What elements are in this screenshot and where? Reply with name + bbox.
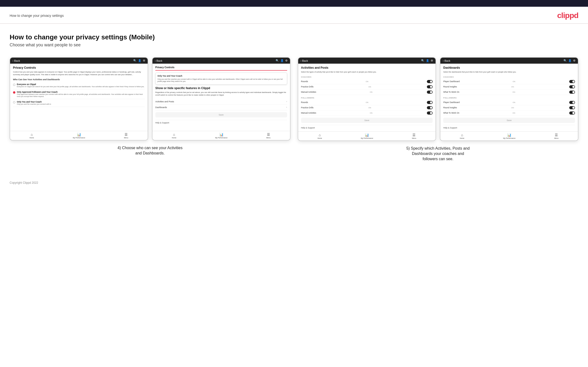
menu-icon-nav-1: ☰ xyxy=(125,133,128,136)
performance-icon-3: 📊 xyxy=(365,133,369,137)
performance-label-1: My Performance xyxy=(73,137,85,139)
manual-coaches-label: Manual Activities xyxy=(301,91,316,93)
toggle-work-on-coaches-switch[interactable] xyxy=(569,91,575,94)
nav-home-3[interactable]: ⌂ Home xyxy=(318,133,322,139)
toggle-rounds-followers[interactable]: Rounds ON xyxy=(301,100,433,105)
coaches-label-4: COACHES xyxy=(443,76,575,78)
toggle-drills-coaches[interactable]: Practice Drills ON xyxy=(301,84,433,90)
toggle-work-on-followers[interactable]: What To Work On ON xyxy=(443,110,575,116)
save-button-3[interactable]: Save xyxy=(301,118,433,123)
back-button-3[interactable]: ‹ Back xyxy=(301,59,308,62)
phone-2-content: Privacy Controls Only You and Your Coach… xyxy=(153,64,290,131)
nav-home-4[interactable]: ⌂ Home xyxy=(460,133,464,139)
radio-title-3: Only You and Your Coach xyxy=(17,101,51,103)
search-icon-3[interactable]: 🔍 xyxy=(421,59,424,62)
nav-menu-3[interactable]: ☰ Menu xyxy=(412,133,416,139)
search-icon-1[interactable]: 🔍 xyxy=(133,59,137,62)
phones-row-right: ‹ Back 🔍 👤 ⚙ Activities and Posts Select… xyxy=(298,57,579,141)
toggle-rounds-followers-switch[interactable] xyxy=(427,101,433,104)
toggle-rounds-coaches-switch[interactable] xyxy=(427,80,433,83)
toggle-manual-followers[interactable]: Manual Activities ON xyxy=(301,110,433,116)
home-label-3: Home xyxy=(318,137,322,139)
privacy-controls-title: Privacy Controls xyxy=(13,66,145,69)
home-label-4: Home xyxy=(460,137,464,139)
save-button-4[interactable]: Save xyxy=(443,118,575,123)
toggle-drills-followers[interactable]: Practice Drills ON xyxy=(301,105,433,110)
nav-performance-4[interactable]: 📊 My Performance xyxy=(503,133,515,139)
back-button-2[interactable]: ‹ Back xyxy=(155,59,162,62)
back-button-1[interactable]: ‹ Back xyxy=(12,59,20,62)
toggle-drills-followers-switch[interactable] xyxy=(427,106,433,109)
footer: Copyright Clippd 2022 xyxy=(0,176,588,189)
dashboards-item[interactable]: Dashboards › xyxy=(155,104,287,110)
toggle-player-dash-coaches[interactable]: Player Dashboard ON xyxy=(443,79,575,84)
home-icon-2: ⌂ xyxy=(173,133,175,136)
profile-icon-1[interactable]: 👤 xyxy=(138,59,141,62)
toggle-round-insights-coaches-switch[interactable] xyxy=(569,85,575,88)
phone-2: ‹ Back 🔍 👤 ⚙ Privacy Controls Onl xyxy=(152,57,291,141)
search-icon-2[interactable]: 🔍 xyxy=(276,59,279,62)
rounds-coaches-label: Rounds xyxy=(301,80,308,83)
radio-approved[interactable]: Only Approved Followers and Your Coach O… xyxy=(13,89,145,99)
toggle-round-insights-followers-switch[interactable] xyxy=(569,106,575,109)
activities-posts-item[interactable]: Activities and Posts › xyxy=(155,99,287,104)
radio-circle-3 xyxy=(13,101,15,103)
toggle-player-dash-followers[interactable]: Player Dashboard ON xyxy=(443,100,575,105)
radio-everyone[interactable]: Everyone on Clippd Everyone on Clippd ca… xyxy=(13,82,145,89)
menu-icon-nav-4: ☰ xyxy=(555,133,558,137)
toggle-rounds-coaches[interactable]: Rounds ON xyxy=(301,79,433,84)
nav-home-1[interactable]: ⌂ Home xyxy=(30,133,34,139)
toggle-manual-coaches-switch[interactable] xyxy=(427,91,433,94)
phone-2-topbar: ‹ Back 🔍 👤 ⚙ xyxy=(153,58,290,64)
dashboards-title: Dashboards xyxy=(443,66,575,69)
profile-icon-2[interactable]: 👤 xyxy=(280,59,284,62)
nav-home-2[interactable]: ⌂ Home xyxy=(172,133,176,139)
menu-icon-2[interactable]: ⚙ xyxy=(285,59,288,62)
performance-icon-2: 📊 xyxy=(219,133,224,136)
menu-icon-1[interactable]: ⚙ xyxy=(143,59,145,62)
show-hide-desc: Regardless of the privacy controls that … xyxy=(155,91,287,96)
toggle-player-dash-followers-switch[interactable] xyxy=(569,101,575,104)
radio-only-you[interactable]: Only You and Your Coach Only you and the… xyxy=(13,99,145,107)
activities-posts-body: Select the types of activity that you'd … xyxy=(301,71,433,74)
toggle-round-insights-followers[interactable]: Round Insights ON xyxy=(443,105,575,110)
manual-followers-label: Manual Activities xyxy=(301,112,316,114)
drills-coaches-label: Practice Drills xyxy=(301,85,314,88)
menu-icon-3[interactable]: ⚙ xyxy=(431,59,433,62)
toggle-manual-coaches[interactable]: Manual Activities ON xyxy=(301,90,433,95)
nav-performance-1[interactable]: 📊 My Performance xyxy=(73,133,85,139)
menu-icon-4[interactable]: ⚙ xyxy=(573,59,576,62)
nav-menu-4[interactable]: ☰ Menu xyxy=(554,133,559,139)
toggle-work-on-followers-switch[interactable] xyxy=(569,111,575,115)
caption-right: 5) Specify which Activities, Posts and D… xyxy=(404,146,472,162)
nav-menu-2[interactable]: ☰ Menu xyxy=(266,133,270,139)
drills-followers-label: Practice Drills xyxy=(301,106,314,109)
round-insights-coaches-label: Round Insights xyxy=(443,85,457,88)
toggle-work-on-coaches[interactable]: What To Work On ON xyxy=(443,90,575,95)
nav-performance-2[interactable]: 📊 My Performance xyxy=(215,133,227,139)
phone-3-icons: 🔍 👤 ⚙ xyxy=(421,59,433,62)
nav-menu-1[interactable]: ☰ Menu xyxy=(124,133,129,139)
mockup-4: ‹ Back 🔍 👤 ⚙ Dashboards Select the dashb… xyxy=(440,57,578,141)
toggle-round-insights-coaches[interactable]: Round Insights ON xyxy=(443,84,575,90)
menu-label-3: Menu xyxy=(412,137,416,139)
save-button-2[interactable]: Save xyxy=(155,112,287,117)
dropdown-title-2: Only You and Your Coach xyxy=(157,75,285,77)
phone-3-bottom-nav: ⌂ Home 📊 My Performance ☰ Menu xyxy=(298,131,436,141)
search-icon-4[interactable]: 🔍 xyxy=(563,59,567,62)
phone-4-bottom-nav: ⌂ Home 📊 My Performance ☰ Menu xyxy=(440,131,578,141)
dashboards-arrow: › xyxy=(286,106,287,108)
toggle-manual-followers-switch[interactable] xyxy=(427,111,433,115)
breadcrumb: How to change your privacy settings xyxy=(10,14,64,17)
radio-text-1: Everyone on Clippd Everyone on Clippd ca… xyxy=(17,83,144,88)
phone-1-bottom-nav: ⌂ Home 📊 My Performance ☰ Menu xyxy=(10,131,148,140)
radio-circle-1 xyxy=(13,83,15,86)
profile-icon-4[interactable]: 👤 xyxy=(568,59,572,62)
round-insights-followers-label: Round Insights xyxy=(443,106,457,109)
menu-label-4: Menu xyxy=(554,137,559,139)
back-button-4[interactable]: ‹ Back xyxy=(443,59,450,62)
toggle-player-dash-coaches-switch[interactable] xyxy=(569,80,575,83)
profile-icon-3[interactable]: 👤 xyxy=(426,59,429,62)
toggle-drills-coaches-switch[interactable] xyxy=(427,85,433,88)
nav-performance-3[interactable]: 📊 My Performance xyxy=(361,133,373,139)
